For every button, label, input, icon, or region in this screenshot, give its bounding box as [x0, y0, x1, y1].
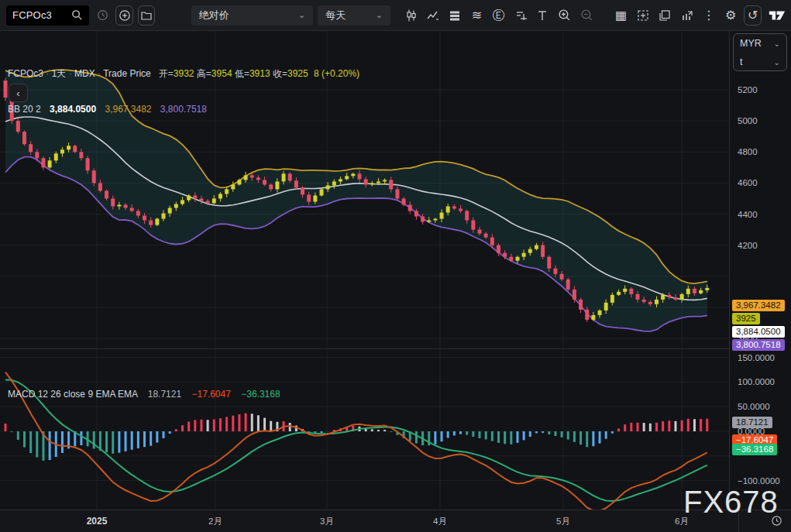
price-tick: 4600 [738, 178, 758, 187]
economic-calendar-button[interactable]: Ⓔ [490, 5, 507, 26]
time-axis[interactable]: 20252月3月4月5月6月 [0, 510, 791, 532]
axis-separator [729, 31, 730, 532]
symbol-search-box[interactable]: FCPOc3 [6, 5, 89, 26]
zoom-in-button[interactable] [556, 5, 573, 26]
bollinger-legend[interactable]: BB 20 2 3,884.0500 3,967.3482 3,800.7518 [8, 104, 207, 115]
change-value: 8 (+0.20%) [314, 68, 359, 79]
bb-basis-value: 3,884.0500 [50, 104, 96, 115]
legend-exchange: MDX [74, 68, 95, 79]
bb-lower-value: 3,800.7518 [160, 104, 207, 115]
clock-icon [97, 9, 108, 21]
macd-line-value: −17.6047 [191, 389, 230, 400]
fx678-watermark: FX678 [683, 485, 779, 520]
recent-history-button[interactable] [94, 5, 111, 26]
currency-unit-box: MYR ⌄ t ⌄ [733, 33, 787, 71]
chevron-down-icon: ⌄ [298, 10, 305, 20]
chart-area[interactable]: FCPOc3 · 1天 · MDX · Trade Price 开=3932 高… [0, 31, 729, 510]
tradingview-logo-button[interactable] [768, 5, 786, 26]
chevron-down-icon: ⌄ [774, 58, 780, 67]
symbol-search-value: FCPOc3 [12, 9, 52, 21]
close-value: 3925 [287, 68, 308, 79]
price-value-label: 3,884.0500 [732, 326, 785, 338]
candlestick-style-icon [404, 9, 418, 22]
chart-canvas[interactable] [0, 31, 729, 510]
table-grid-icon: ▦ [615, 9, 627, 22]
zoom-in-icon [558, 9, 571, 22]
data-window-button[interactable] [678, 5, 695, 26]
gear-icon: ⚙ [725, 9, 736, 22]
macd-legend[interactable]: MACD 12 26 close 9 EMA EMA 18.7121 −17.6… [8, 389, 280, 400]
price-tick: 4400 [738, 210, 758, 219]
undo-button[interactable]: ↺ [744, 5, 762, 26]
time-label: 3月 [320, 516, 334, 527]
macd-value-label: 18.7121 [732, 417, 772, 428]
macd-tick: 100.0000 [738, 377, 775, 386]
kebab-menu-icon: ⋮ [703, 9, 715, 22]
indicators-button[interactable] [425, 5, 442, 26]
indicators-icon [426, 9, 440, 22]
snapshot-icon [636, 9, 650, 22]
alert-button[interactable] [512, 5, 529, 26]
legend-interval: 1天 [52, 68, 67, 79]
price-axis[interactable]: MYR ⌄ t ⌄ 5200500048004600440042003600 1… [730, 31, 791, 510]
price-tick: 5000 [738, 116, 758, 125]
interval-value: 每天 [325, 9, 346, 22]
open-value: 3932 [174, 68, 194, 79]
pane-separator[interactable] [0, 348, 729, 349]
indicator-templates-button[interactable] [446, 5, 463, 26]
zoom-out-icon [580, 9, 593, 22]
chevron-down-icon: ⌄ [376, 10, 383, 20]
open-layout-folder-button[interactable] [138, 5, 156, 26]
close-label: 收= [273, 68, 287, 79]
screenshot-button[interactable] [635, 5, 652, 26]
add-symbol-button[interactable] [115, 5, 133, 26]
alert-icon [514, 9, 528, 22]
layers-icon [448, 9, 462, 22]
chart-style-button[interactable] [402, 5, 419, 26]
price-value-label: 3,800.7518 [732, 339, 785, 351]
price-value-label: 3925 [732, 313, 760, 324]
main-series-legend[interactable]: FCPOc3 · 1天 · MDX · Trade Price 开=3932 高… [8, 67, 359, 81]
collapse-legend-button[interactable]: ‹ [9, 84, 28, 102]
text-icon [535, 9, 549, 22]
layouts-button[interactable] [656, 5, 673, 26]
settings-button[interactable]: ⚙ [722, 5, 739, 26]
folder-icon [140, 9, 153, 22]
tradingview-logo-icon [768, 9, 786, 22]
time-label: 2025 [87, 516, 108, 527]
low-label: 低= [235, 68, 249, 79]
low-value: 3913 [249, 68, 270, 79]
undo-icon: ↺ [748, 9, 758, 22]
unit-value: t [740, 57, 742, 67]
macd-signal-value: −36.3168 [241, 389, 280, 400]
price-tick: 5200 [738, 85, 758, 94]
compare-button[interactable]: ≋ [468, 5, 485, 26]
plus-circle-icon [119, 9, 131, 22]
layouts-icon [658, 9, 672, 22]
legend-series-type: Trade Price [103, 68, 151, 79]
macd-value-label: −36.3168 [732, 444, 777, 455]
bar-chart-arrow-icon [680, 9, 694, 22]
high-label: 高= [197, 68, 212, 79]
macd-hist-value: 18.7121 [148, 389, 181, 400]
price-type-select[interactable]: 绝对价 ⌄ [191, 5, 313, 26]
unit-select[interactable]: t ⌄ [734, 53, 786, 71]
zoom-out-button[interactable] [578, 5, 595, 26]
circled-e-icon: Ⓔ [493, 9, 505, 22]
text-tool-button[interactable] [534, 5, 551, 26]
time-label: 4月 [433, 516, 447, 527]
time-label: 2月 [208, 516, 222, 527]
price-tick: 4200 [738, 241, 758, 250]
more-options-button[interactable]: ⋮ [700, 5, 717, 26]
top-toolbar: FCPOc3 绝对价 ⌄ [0, 0, 791, 31]
currency-select[interactable]: MYR ⌄ [734, 34, 786, 53]
chevron-down-icon: ⌄ [774, 39, 780, 48]
price-value-label: 3,967.3482 [732, 300, 785, 311]
interval-select[interactable]: 每天 ⌄ [318, 5, 390, 26]
waves-icon: ≋ [472, 9, 482, 22]
currency-value: MYR [740, 38, 762, 49]
watchlist-button[interactable]: ▦ [612, 5, 629, 26]
macd-tick: −100.0000 [738, 476, 780, 486]
trading-chart-app: FCPOc3 绝对价 ⌄ [0, 0, 791, 532]
search-icon [71, 9, 83, 21]
